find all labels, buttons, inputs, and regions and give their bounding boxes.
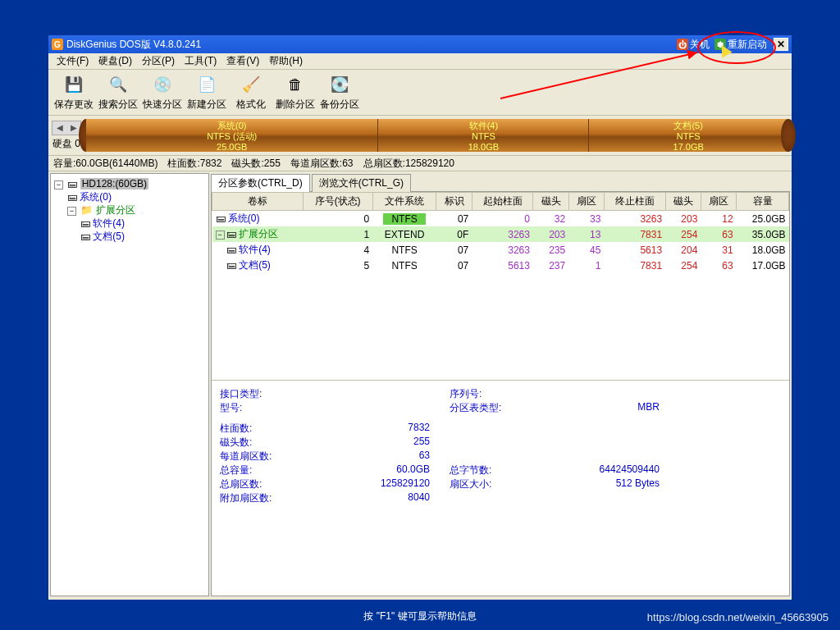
save-button[interactable]: 💾保存更改 (52, 73, 96, 112)
table-row[interactable]: 🖴 文档(5)5NTFS075613237178312546317.0GB (212, 258, 789, 273)
disk-part[interactable]: 文档(5)NTFS17.0GB (589, 119, 788, 152)
format-icon: 🧹 (240, 73, 262, 96)
menu-item[interactable]: 硬盘(D) (94, 52, 137, 70)
collapse-icon[interactable]: − (67, 207, 76, 216)
save-icon: 💾 (62, 73, 85, 96)
restart-icon: ✽ (714, 39, 726, 50)
power-icon: ⏻ (677, 39, 688, 50)
menu-item[interactable]: 查看(V) (221, 52, 264, 70)
detail-tabs: 分区参数(CTRL_D) 浏览文件(CTRL_G) (211, 173, 790, 191)
menu-item[interactable]: 分区(P) (137, 52, 180, 70)
quick-button[interactable]: 💿快速分区 (140, 73, 185, 112)
watermark: https://blog.csdn.net/weixin_45663905 (647, 611, 829, 623)
format-button[interactable]: 🧹格式化 (229, 73, 273, 112)
disk-nav: ◀ ▶ 硬盘 0 (52, 121, 81, 151)
column-header[interactable]: 文件系统 (372, 193, 436, 211)
volume-icon: 🖴 (80, 231, 90, 242)
prev-disk-button[interactable]: ◀ (52, 121, 66, 135)
volume-icon: 🖴 (226, 244, 236, 255)
disk-part[interactable]: 软件(4)NTFS18.0GB (378, 119, 589, 152)
volume-icon: 🖴 (216, 212, 226, 224)
volume-icon: 🖴 (67, 191, 77, 203)
new-icon: 📄 (195, 73, 218, 96)
new-button[interactable]: 📄新建分区 (185, 73, 229, 112)
app-icon: G (52, 39, 63, 50)
toolbar: 💾保存更改🔍搜索分区💿快速分区📄新建分区🧹格式化🗑删除分区💽备份分区 (48, 70, 792, 116)
column-header[interactable]: 起始柱面 (472, 193, 533, 211)
shutdown-button[interactable]: ⏻ 关机 (677, 38, 710, 52)
main-window: G DiskGenius DOS版 V4.8.0.241 ⏻ 关机 ✽ 重新启动… (48, 34, 792, 600)
column-header[interactable]: 扇区 (701, 193, 736, 211)
app-title: DiskGenius DOS版 V4.8.0.241 (66, 38, 201, 52)
collapse-icon[interactable]: − (216, 231, 225, 240)
close-button[interactable]: ✕ (774, 38, 788, 51)
search-icon: 🔍 (107, 73, 130, 96)
tree-item-docs[interactable]: 🖴 文档(5) (54, 230, 205, 243)
column-header[interactable]: 标识 (436, 193, 472, 211)
disk-icon: 🖴 (67, 178, 77, 189)
delete-button[interactable]: 🗑删除分区 (273, 73, 317, 112)
detail-panel: 卷标序号(状态)文件系统标识起始柱面磁头扇区终止柱面磁头扇区容量 🖴 系统(0)… (211, 191, 790, 596)
column-header[interactable]: 卷标 (212, 193, 304, 211)
column-header[interactable]: 扇区 (568, 193, 604, 211)
disk-info-line: 容量:60.0GB(61440MB) 柱面数:7832 磁头数:255 每道扇区… (48, 155, 792, 171)
menu-item[interactable]: 文件(F) (52, 52, 94, 70)
disk-visual-bar: ◀ ▶ 硬盘 0 系统(0)NTFS (活动)25.0GB软件(4)NTFS18… (48, 116, 792, 155)
disk-part[interactable]: 系统(0)NTFS (活动)25.0GB (86, 119, 378, 152)
tree-root[interactable]: − 🖴 HD128:(60GB) (54, 177, 205, 190)
partition-table: 卷标序号(状态)文件系统标识起始柱面磁头扇区终止柱面磁头扇区容量 🖴 系统(0)… (212, 192, 789, 273)
partition-tree[interactable]: − 🖴 HD128:(60GB) 🖴 系统(0) − 📁 扩展分区 🖴 软件(4… (50, 173, 209, 596)
tab-browse-files[interactable]: 浏览文件(CTRL_G) (312, 174, 411, 192)
column-header[interactable]: 磁头 (533, 193, 568, 211)
tab-partition-params[interactable]: 分区参数(CTRL_D) (211, 174, 310, 192)
column-header[interactable]: 容量 (737, 193, 789, 211)
menu-bar: 文件(F)硬盘(D)分区(P)工具(T)查看(V)帮助(H) (48, 53, 792, 70)
tree-item-extended[interactable]: − 📁 扩展分区 (54, 203, 205, 217)
delete-icon: 🗑 (284, 73, 307, 96)
tree-item-system[interactable]: 🖴 系统(0) (54, 190, 205, 203)
column-header[interactable]: 磁头 (665, 193, 701, 211)
quick-icon: 💿 (151, 73, 174, 96)
folder-icon: 📁 (80, 204, 93, 216)
menu-item[interactable]: 工具(T) (180, 52, 221, 70)
column-header[interactable]: 终止柱面 (604, 193, 665, 211)
collapse-icon[interactable]: − (54, 180, 63, 189)
disk-label: 硬盘 0 (52, 137, 81, 151)
search-button[interactable]: 🔍搜索分区 (96, 73, 140, 112)
restart-button[interactable]: ✽ 重新启动 (714, 38, 767, 52)
volume-icon: 🖴 (226, 259, 236, 271)
volume-icon: 🖴 (226, 228, 236, 240)
table-row[interactable]: −🖴 扩展分区1EXTEND0F32632031378312546335.0GB (212, 226, 789, 242)
volume-icon: 🖴 (80, 217, 90, 229)
backup-icon: 💽 (328, 73, 351, 96)
table-row[interactable]: 🖴 系统(0)0NTFS070323332632031225.0GB (212, 211, 789, 227)
column-header[interactable]: 序号(状态) (303, 193, 372, 211)
table-row[interactable]: 🖴 软件(4)4NTFS0732632354556132043118.0GB (212, 242, 789, 258)
menu-item[interactable]: 帮助(H) (264, 52, 308, 70)
disk-detail: 接口类型: 序列号: 型号: 分区表类型:MBR 柱面数:7832 磁头数:25… (212, 380, 789, 512)
backup-button[interactable]: 💽备份分区 (317, 73, 362, 112)
title-bar: G DiskGenius DOS版 V4.8.0.241 ⏻ 关机 ✽ 重新启动… (48, 35, 792, 53)
tree-item-software[interactable]: 🖴 软件(4) (54, 217, 205, 230)
